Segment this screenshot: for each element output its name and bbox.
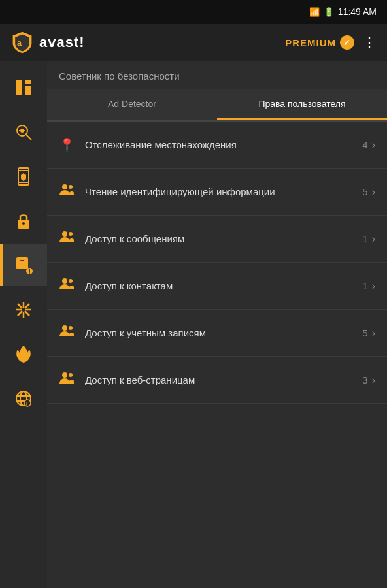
- chevron-right-icon: ›: [372, 233, 375, 245]
- chevron-right-icon: ›: [372, 139, 375, 151]
- list-item[interactable]: 📍 Отслеживание местонахождения 4 ›: [47, 122, 387, 169]
- content-header: Советник по безопасности: [47, 61, 387, 89]
- dashboard-icon: [14, 78, 33, 97]
- more-menu-icon[interactable]: ⋮: [362, 34, 377, 51]
- svg-point-37: [62, 372, 67, 378]
- sidebar-item-advisor[interactable]: [0, 244, 47, 286]
- premium-badge: PREMIUM ✓: [285, 35, 354, 50]
- sidebar: i: [0, 61, 47, 588]
- content-title: Советник по безопасности: [59, 71, 180, 82]
- list-item-text: Доступ к учетным записям: [85, 327, 362, 338]
- list-item[interactable]: Доступ к веб-страницам 3 ›: [47, 357, 387, 404]
- wifi-icon: 📶: [309, 7, 320, 17]
- people-icon: [59, 278, 76, 295]
- people-icon: [59, 372, 76, 389]
- chevron-right-icon: ›: [372, 186, 375, 198]
- people-icon: [59, 325, 76, 342]
- list-item[interactable]: Чтение идентифицирующей информации 5 ›: [47, 169, 387, 216]
- advisor-icon: [14, 255, 33, 275]
- list-item-count: 5: [362, 327, 367, 338]
- list-item-count: 3: [362, 374, 367, 385]
- tab-user-rights[interactable]: Права пользователя: [217, 89, 387, 120]
- globe-icon: i: [14, 389, 33, 408]
- list-item-count: 5: [362, 186, 367, 197]
- list-item[interactable]: Доступ к сообщениям 1 ›: [47, 216, 387, 263]
- list-item[interactable]: Доступ к учетным записям 5 ›: [47, 310, 387, 357]
- list-item-text: Отслеживание местонахождения: [85, 139, 362, 150]
- svg-point-30: [69, 185, 73, 189]
- svg-rect-2: [25, 86, 31, 95]
- avast-logo-text: avast!: [39, 34, 85, 51]
- sidebar-item-lock[interactable]: [0, 200, 47, 242]
- svg-rect-3: [25, 80, 31, 84]
- app-header: a avast! PREMIUM ✓ ⋮: [0, 24, 387, 61]
- tabs: Ad Detector Права пользователя: [47, 89, 387, 122]
- svg-point-31: [62, 231, 67, 237]
- lock-icon: [14, 211, 33, 231]
- location-icon: 📍: [59, 137, 76, 153]
- scan-icon: [14, 122, 33, 142]
- svg-point-35: [62, 325, 67, 331]
- list-item-count: 4: [362, 139, 367, 150]
- svg-point-34: [69, 279, 73, 283]
- list-item-count: 1: [362, 280, 367, 291]
- list-item-text: Доступ к веб-страницам: [85, 374, 362, 385]
- svg-point-38: [69, 373, 73, 377]
- svg-point-32: [69, 232, 73, 236]
- sidebar-item-globe[interactable]: i: [0, 378, 47, 419]
- svg-point-29: [62, 184, 67, 189]
- content-area: Советник по безопасности Ad Detector Пра…: [47, 61, 387, 588]
- list-item-text: Доступ к сообщениям: [85, 233, 362, 244]
- svg-point-27: [24, 400, 31, 406]
- battery-icon: 🔋: [324, 7, 334, 17]
- list-item-count: 1: [362, 233, 367, 244]
- svg-point-7: [20, 129, 24, 133]
- svg-point-36: [69, 326, 73, 330]
- header-right: PREMIUM ✓ ⋮: [285, 34, 377, 51]
- status-icons: 📶 🔋 11:49 AM: [309, 7, 377, 17]
- sidebar-item-settings[interactable]: [0, 289, 47, 331]
- svg-point-12: [22, 222, 25, 225]
- list-item-text: Чтение идентифицирующей информации: [85, 186, 362, 197]
- svg-line-5: [26, 135, 31, 140]
- sidebar-item-dashboard[interactable]: [0, 67, 47, 108]
- svg-rect-14: [20, 260, 24, 261]
- svg-text:a: a: [17, 39, 22, 48]
- status-bar: 📶 🔋 11:49 AM: [0, 0, 387, 24]
- list-item[interactable]: Доступ к контактам 1 ›: [47, 263, 387, 310]
- list: 📍 Отслеживание местонахождения 4 › Чтени…: [47, 122, 387, 588]
- sidebar-item-scan[interactable]: [0, 111, 47, 153]
- svg-rect-1: [16, 80, 22, 95]
- main-layout: i Советник по безопасности Ad Detector П…: [0, 61, 387, 588]
- chevron-right-icon: ›: [372, 280, 375, 292]
- avast-shield-icon: a: [10, 31, 34, 54]
- people-icon: [59, 184, 76, 201]
- phone-shield-icon: [14, 167, 33, 186]
- premium-check-icon: ✓: [340, 35, 354, 50]
- sidebar-item-firewall[interactable]: [0, 333, 47, 375]
- people-icon: [59, 231, 76, 248]
- svg-point-22: [22, 308, 25, 312]
- svg-point-33: [62, 278, 67, 284]
- avast-logo: a avast!: [10, 31, 85, 54]
- chevron-right-icon: ›: [372, 374, 375, 386]
- status-time: 11:49 AM: [338, 7, 377, 17]
- tab-ad-detector[interactable]: Ad Detector: [47, 89, 217, 120]
- flame-icon: [14, 344, 33, 364]
- svg-rect-13: [16, 257, 28, 269]
- svg-point-17: [29, 272, 30, 274]
- chevron-right-icon: ›: [372, 327, 375, 339]
- list-item-text: Доступ к контактам: [85, 280, 362, 291]
- snowflake-icon: [14, 300, 33, 319]
- sidebar-item-phone[interactable]: [0, 155, 47, 197]
